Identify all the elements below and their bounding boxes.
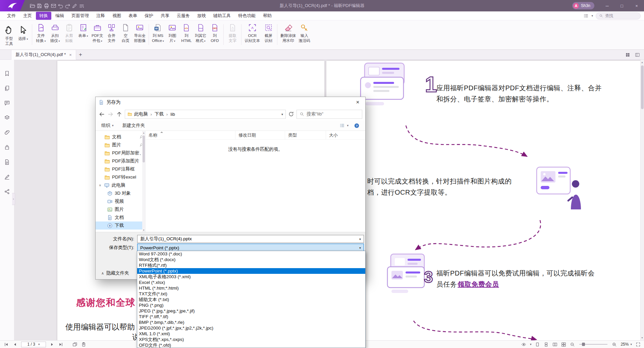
savetype-option[interactable]: BMP (*.bmp,*.dib,*.rle)	[137, 319, 365, 325]
zoom-slider[interactable]	[579, 344, 607, 345]
tree-item-documents[interactable]: 文档	[96, 213, 145, 221]
tree-item-folder-pdf-partial-encrypt[interactable]: PDF局部加密、P	[96, 149, 145, 157]
filename-dropdown-icon[interactable]: ▾	[359, 237, 361, 241]
foxit-logo[interactable]	[0, 0, 25, 11]
scroll-down-icon[interactable]: ▼	[640, 335, 644, 340]
menu-tab-assist-tools[interactable]: 辅助工具	[210, 12, 234, 20]
continuous-view-button[interactable]	[544, 342, 549, 347]
tree-item-downloads[interactable]: 下载	[96, 221, 145, 230]
menu-tab-special-features[interactable]: 特色功能	[235, 12, 259, 20]
forward-button[interactable]	[107, 111, 114, 117]
column-header-0[interactable]: 名称	[146, 131, 235, 139]
claim-free-membership-link[interactable]: 领取免费会员	[458, 281, 499, 288]
ribbon-screenshot-ocr-button[interactable]: 截屏识别	[261, 22, 275, 47]
tree-item-quick-pictures[interactable]: 图片	[96, 141, 145, 149]
tree-item-objects-3d[interactable]: 3D 对象	[96, 189, 145, 197]
scrollbar-thumb[interactable]	[641, 65, 644, 109]
snapshot-button[interactable]	[72, 342, 77, 347]
more-icon[interactable]	[79, 3, 85, 9]
ribbon-hand-tool-button[interactable]: 手型工具	[2, 22, 16, 47]
tree-item-pictures[interactable]: 图片	[96, 205, 145, 213]
redo-icon[interactable]	[65, 3, 70, 9]
facing-view-button[interactable]	[552, 342, 557, 347]
ribbon-from-clipboard-button[interactable]: 从剪贴板	[62, 22, 76, 47]
breadcrumb-segment[interactable]: 此电脑	[134, 111, 148, 117]
sidebar-bookmark-button[interactable]	[4, 70, 10, 77]
maximize-button[interactable]: □	[614, 0, 629, 11]
last-page-button[interactable]	[58, 342, 63, 347]
ribbon-pdf-portfolio-button[interactable]: PDF文件包▾	[90, 22, 105, 47]
back-button[interactable]	[99, 111, 105, 117]
tree-item-folder-pdf-comment-box[interactable]: PDF注释框	[96, 165, 145, 173]
savetype-option[interactable]: OFD文件 (*.ofd)	[137, 342, 365, 348]
menu-tab-home[interactable]: 主页	[20, 12, 35, 20]
sidebar-file-outline-button[interactable]	[4, 159, 10, 165]
ribbon-extract-text-button[interactable]: A提取文字	[225, 22, 239, 47]
first-page-button[interactable]	[4, 342, 9, 347]
tree-scrollbar-thumb[interactable]	[143, 136, 145, 162]
previous-page-button[interactable]	[12, 342, 17, 347]
savetype-option[interactable]: XML电子表格2003 (*.xml)	[137, 274, 365, 280]
zoom-slider-thumb[interactable]	[582, 343, 585, 346]
sidebar-attachment-button[interactable]	[4, 130, 10, 136]
menu-tab-form[interactable]: 表单	[125, 12, 141, 20]
new-tab-button[interactable]: +	[76, 50, 85, 59]
menu-tab-comment[interactable]: 注释	[93, 12, 108, 20]
sidebar-layers-button[interactable]	[4, 115, 10, 121]
pen-icon[interactable]	[72, 3, 77, 9]
savetype-option[interactable]: TIFF (*.tiff,*.tif)	[137, 314, 365, 319]
grid-view-icon[interactable]	[625, 52, 630, 57]
sidebar-comment-button[interactable]	[4, 100, 10, 106]
ribbon-to-other-format-button[interactable]: 到其它格式▾	[194, 22, 208, 47]
savetype-option[interactable]: 辅助文本 (*.txt)	[137, 297, 365, 302]
vertical-scrollbar[interactable]: ▲ ▼	[640, 60, 644, 340]
view-mode-button[interactable]	[521, 342, 526, 347]
help-icon[interactable]: ?	[354, 123, 360, 129]
ribbon-blank-page-button[interactable]: 空白页	[119, 22, 133, 47]
address-dropdown-icon[interactable]: ▾	[281, 112, 283, 116]
menu-tab-help[interactable]: 帮助	[260, 12, 275, 20]
ribbon-to-image-button[interactable]: 到图片▾	[165, 22, 179, 47]
breadcrumb-segment[interactable]: lib	[170, 112, 175, 117]
ribbon-to-ms-office-button[interactable]: W到 MSOffice▾	[151, 22, 165, 47]
zoom-in-button[interactable]	[612, 342, 617, 347]
tree-item-this-pc[interactable]: ∨此电脑	[96, 181, 145, 189]
sidebar-pages-button[interactable]	[4, 85, 10, 91]
up-button[interactable]	[116, 111, 122, 117]
ribbon-to-ofd-button[interactable]: OFD到OFD	[208, 22, 222, 47]
close-button[interactable]: ×	[629, 0, 644, 11]
ribbon-ocr-text-button[interactable]: AOCR识别文本	[243, 22, 261, 47]
sidebar-lock-button[interactable]	[4, 144, 10, 150]
ribbon-to-html-button[interactable]: </>到HTML	[179, 22, 194, 47]
menu-tab-cloud[interactable]: 云服务	[173, 12, 193, 20]
menu-tab-convert[interactable]: 转换	[36, 12, 51, 20]
tree-item-folder-pdf-add-image[interactable]: PDF添加图片	[96, 157, 145, 165]
save-icon[interactable]	[37, 3, 42, 9]
expander-icon[interactable]: ∨	[99, 184, 102, 187]
tree-scrollbar[interactable]: ▲ ▼	[142, 131, 145, 232]
tab-close-icon[interactable]: ×	[69, 52, 72, 57]
hide-folders-button[interactable]: ∧ 隐藏文件夹	[101, 269, 129, 277]
zoom-level[interactable]: 25% ▾	[621, 342, 632, 347]
ribbon-file-convert-button[interactable]: 文件转换▾	[34, 22, 48, 47]
savetype-option[interactable]: RTF格式(*.rtf)	[137, 262, 365, 268]
savetype-option[interactable]: XPS文档(*.xps,*.oxps)	[137, 337, 365, 342]
menu-tab-share[interactable]: 共享	[157, 12, 173, 20]
minimize-button[interactable]: ─	[600, 0, 614, 11]
ribbon-from-scanner-button[interactable]: 从扫描仪▾	[48, 22, 62, 47]
split-view-icon[interactable]	[635, 52, 640, 57]
savetype-option[interactable]: PowerPoint (*.pptx)	[137, 268, 365, 274]
next-page-button[interactable]	[50, 342, 55, 347]
print-icon[interactable]	[44, 3, 49, 9]
savetype-option[interactable]: HTML (*.htm;*.html)	[137, 285, 365, 291]
tree-item-quick-documents[interactable]: 文档	[96, 133, 145, 141]
savetype-option[interactable]: Excel (*.xlsx)	[137, 280, 365, 285]
sidebar-share-button[interactable]	[4, 189, 10, 195]
organize-menu[interactable]: 组织▾	[101, 122, 114, 129]
filename-input[interactable]: 新人引导(1)_OCR(4).pptx ▾	[137, 235, 364, 243]
savetype-option[interactable]: TXT文件(*.txt)	[137, 291, 365, 297]
fullscreen-button[interactable]	[636, 342, 641, 347]
toolbar-options-icon[interactable]	[583, 13, 589, 18]
column-header-3[interactable]: 大小	[326, 131, 360, 139]
menu-tab-page-manage[interactable]: 页面管理	[68, 12, 92, 20]
